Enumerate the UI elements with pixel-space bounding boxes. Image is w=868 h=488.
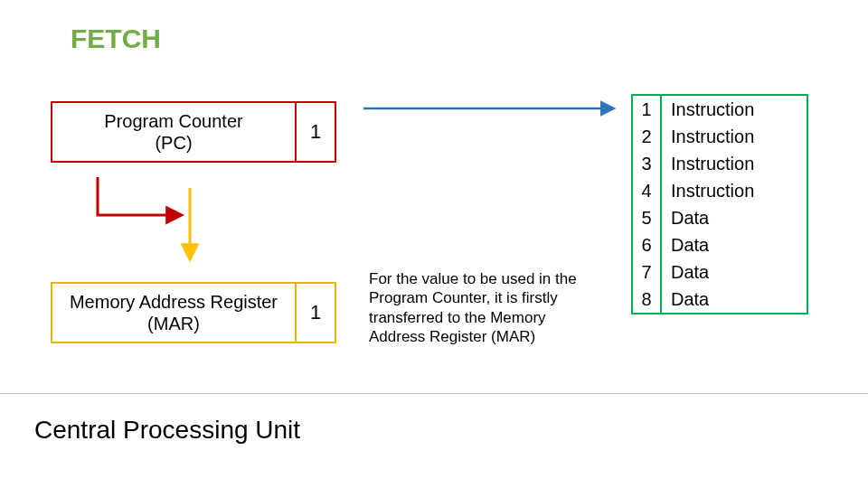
- stage-title: FETCH: [71, 23, 161, 54]
- memory-row: 1 Instruction: [633, 96, 807, 123]
- divider: [0, 393, 868, 394]
- step-description: For the value to be used in the Program …: [369, 269, 593, 346]
- memory-address: 2: [633, 123, 662, 150]
- mar-value: 1: [295, 282, 336, 343]
- memory-address: 7: [633, 258, 662, 286]
- memory-content: Instruction: [662, 123, 807, 150]
- footer-title: Central Processing Unit: [34, 416, 300, 445]
- diagram-stage: FETCH Program Counter(PC) 1 Memory Addre…: [0, 0, 868, 488]
- mar-label: Memory Address Register(MAR): [51, 282, 295, 343]
- memory-content: Data: [662, 286, 807, 313]
- memory-content: Data: [662, 231, 807, 258]
- mar-label-text: Memory Address Register(MAR): [70, 291, 278, 334]
- pc-label-text: Program Counter(PC): [104, 110, 242, 154]
- memory-address: 3: [633, 150, 662, 177]
- memory-row: 2 Instruction: [633, 123, 807, 150]
- memory-content: Instruction: [662, 96, 807, 123]
- memory-address: 8: [633, 286, 662, 313]
- memory-address: 4: [633, 177, 662, 204]
- program-counter-register: Program Counter(PC) 1: [51, 101, 336, 163]
- to-memory-arrow-blue: [360, 98, 631, 125]
- memory-row: 3 Instruction: [633, 150, 807, 177]
- memory-row: 5 Data: [633, 204, 807, 231]
- memory-table: 1 Instruction 2 Instruction 3 Instructio…: [631, 94, 808, 314]
- pc-value: 1: [295, 101, 336, 163]
- memory-content: Instruction: [662, 150, 807, 177]
- memory-row: 6 Data: [633, 231, 807, 258]
- memory-row: 8 Data: [633, 286, 807, 313]
- memory-content: Instruction: [662, 177, 807, 204]
- memory-row: 7 Data: [633, 258, 807, 286]
- memory-content: Data: [662, 258, 807, 286]
- memory-address: 5: [633, 204, 662, 231]
- memory-address-register: Memory Address Register(MAR) 1: [51, 282, 336, 343]
- pc-to-mar-arrow-yellow: [177, 181, 213, 280]
- pc-label: Program Counter(PC): [51, 101, 295, 163]
- memory-row: 4 Instruction: [633, 177, 807, 204]
- memory-address: 1: [633, 96, 662, 123]
- memory-content: Data: [662, 204, 807, 231]
- memory-address: 6: [633, 231, 662, 258]
